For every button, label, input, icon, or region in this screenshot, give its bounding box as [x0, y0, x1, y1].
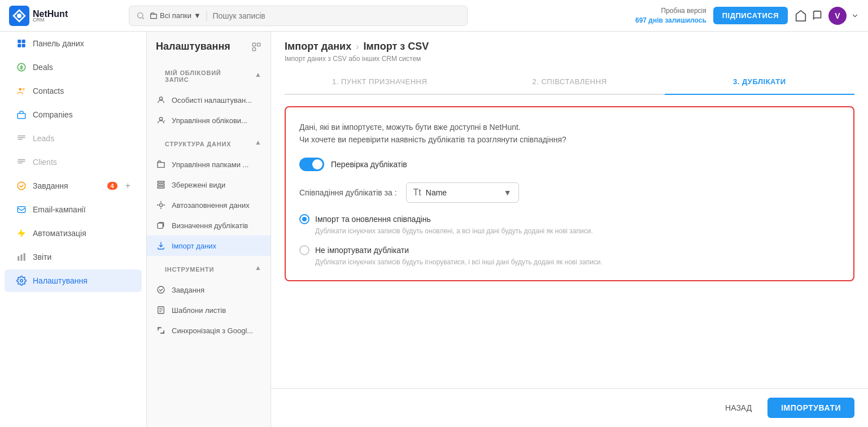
- sidebar-label-reports: Звіти: [33, 252, 51, 262]
- sidebar-item-email[interactable]: Email-кампанії: [5, 198, 142, 221]
- leads-icon: [16, 133, 27, 144]
- home-icon[interactable]: [795, 10, 807, 22]
- settings-nav-account[interactable]: Управління облікови...: [147, 110, 271, 130]
- logo-icon: [9, 6, 29, 26]
- svg-rect-21: [158, 181, 164, 183]
- duplicate-toggle[interactable]: [299, 158, 324, 171]
- topbar-right: Пробна версія 697 днів залишилось ПІДПИС…: [635, 6, 859, 25]
- tab-destination[interactable]: 1. ПУНКТ ПРИЗНАЧЕННЯ: [285, 69, 474, 95]
- sidebar-item-dashboard[interactable]: Панель даних: [5, 32, 142, 55]
- email-icon: [16, 204, 27, 215]
- toggle-label: Перевірка дублікатів: [331, 160, 407, 169]
- settings-nav-folders[interactable]: Управління папками ...: [147, 154, 271, 175]
- radio-option-import-update: Імпорт та оновлення співпадінь Дублікати…: [299, 214, 840, 236]
- search-icon: [136, 11, 145, 20]
- tasks-badge: 4: [107, 182, 117, 190]
- radio-row-skip[interactable]: Не імпортувати дублікати: [299, 245, 840, 255]
- tab-mapping[interactable]: 2. СПІВСТАВЛЕННЯ: [474, 69, 664, 95]
- sidebar-item-reports[interactable]: Звіти: [5, 246, 142, 268]
- content-area: Імпорт даних › Імпорт з CSV Імпорт даних…: [271, 32, 868, 427]
- settings-nav-import[interactable]: Імпорт даних: [147, 236, 271, 256]
- match-field-chevron: ▼: [504, 188, 512, 197]
- user-menu-chevron[interactable]: [851, 12, 859, 20]
- svg-rect-14: [21, 255, 23, 261]
- sidebar-item-deals[interactable]: Deals: [5, 56, 142, 79]
- folder-icon: [150, 12, 158, 20]
- info-line2: Чи хочете ви перевірити наявність дублік…: [299, 135, 566, 144]
- settings-panel-header: Налаштування: [147, 32, 271, 59]
- tabs: 1. ПУНКТ ПРИЗНАЧЕННЯ 2. СПІВСТАВЛЕННЯ 3.…: [285, 69, 854, 95]
- sidebar-item-tasks[interactable]: Завдання 4 +: [5, 175, 142, 197]
- tools-group-title: ІНСТРУМЕНТИ: [156, 259, 223, 276]
- logo: NetHunt CRM: [9, 6, 122, 26]
- settings-nav-folders-label: Управління папками ...: [172, 160, 248, 169]
- sidebar-item-leads[interactable]: Leads: [5, 127, 142, 150]
- settings-nav-templates[interactable]: Шаблони листів: [147, 300, 271, 320]
- radio-option-skip: Не імпортувати дублікати Дублікати існую…: [299, 245, 840, 267]
- sidebar-label-tasks: Завдання: [33, 181, 68, 190]
- svg-rect-25: [158, 223, 163, 228]
- account-icon: [156, 115, 166, 125]
- tab-duplicates[interactable]: 3. ДУБЛІКАТИ: [665, 69, 854, 95]
- settings-nav-duplicates-label: Визначення дублікатів: [172, 221, 248, 230]
- sidebar-item-companies[interactable]: Companies: [5, 103, 142, 126]
- sidebar-item-automation[interactable]: Автоматизація: [5, 222, 142, 245]
- settings-nav-views[interactable]: Збережені види: [147, 175, 271, 195]
- trial-info: Пробна версія 697 днів залишилось: [635, 6, 706, 25]
- settings-nav-personal-label: Особисті налаштуван...: [172, 96, 252, 104]
- breadcrumb: Імпорт даних › Імпорт з CSV: [271, 32, 868, 55]
- sidebar-item-clients[interactable]: Clients: [5, 151, 142, 173]
- content-inner: 1. ПУНКТ ПРИЗНАЧЕННЯ 2. СПІВСТАВЛЕННЯ 3.…: [271, 69, 868, 388]
- sync-icon: [156, 325, 166, 336]
- svg-point-20: [159, 117, 162, 120]
- settings-nav-autofill[interactable]: Автозаповнення даних: [147, 195, 271, 215]
- toggle-slider: [299, 158, 324, 171]
- notifications-icon[interactable]: [812, 10, 824, 22]
- radio-row-import-update[interactable]: Імпорт та оновлення співпадінь: [299, 214, 840, 224]
- match-row: Співпадіння дублікатів за : Tt Name ▼: [299, 182, 840, 203]
- sidebar-item-settings[interactable]: Налаштування: [5, 269, 142, 292]
- add-task-button[interactable]: +: [125, 181, 130, 191]
- breadcrumb-subtitle: Імпорт даних з CSV або інших CRM систем: [271, 55, 868, 69]
- subscribe-button[interactable]: ПІДПИСАТИСЯ: [713, 7, 788, 24]
- settings-nav-personal[interactable]: Особисті налаштуван...: [147, 90, 271, 110]
- svg-point-24: [159, 203, 162, 206]
- match-field-select[interactable]: Tt Name ▼: [406, 182, 519, 203]
- folder-button[interactable]: Всі папки ▼: [150, 11, 201, 20]
- svg-rect-12: [18, 207, 25, 213]
- trial-days: 697 днів залишилось: [635, 16, 706, 24]
- autofill-icon: [156, 200, 166, 210]
- sidebar-label-deals: Deals: [33, 63, 53, 72]
- settings-icon: [16, 275, 27, 286]
- svg-point-9: [23, 88, 25, 91]
- settings-panel: Налаштування МІЙ ОБЛІКОВИЙ ЗАПИС ▲ Особи…: [147, 32, 271, 427]
- tools-group-header: ІНСТРУМЕНТИ ▲: [147, 256, 271, 280]
- import-icon: [156, 241, 166, 251]
- templates-icon: [156, 305, 166, 315]
- settings-nav-tools-tasks-label: Завдання: [172, 286, 204, 294]
- svg-rect-13: [18, 256, 19, 261]
- sidebar-label-email: Email-кампанії: [33, 205, 86, 214]
- settings-nav-account-label: Управління облікови...: [172, 116, 247, 125]
- my-account-group-title: МІЙ ОБЛІКОВИЙ ЗАПИС: [156, 63, 255, 86]
- sidebar-item-contacts[interactable]: Contacts: [5, 80, 142, 102]
- sidebar-label-companies: Companies: [33, 110, 73, 119]
- toggle-row: Перевірка дублікатів: [299, 158, 840, 171]
- import-button[interactable]: ІМПОРТУВАТИ: [767, 398, 854, 418]
- svg-rect-18: [252, 47, 255, 50]
- back-button[interactable]: НАЗАД: [716, 399, 761, 417]
- svg-rect-10: [18, 114, 25, 119]
- search-input[interactable]: [213, 11, 461, 20]
- radio-circle-import-update: [299, 214, 309, 224]
- reports-icon: [16, 251, 27, 263]
- sidebar-label-clients: Clients: [33, 158, 57, 167]
- tools-tasks-icon: [156, 285, 166, 295]
- settings-nav-sync[interactable]: Синхронізація з Googl...: [147, 320, 271, 341]
- radio-desc-skip: Дублікати існуючих записів будуть ігнору…: [299, 258, 840, 267]
- match-field-value: Name: [426, 188, 447, 197]
- settings-nav-duplicates[interactable]: Визначення дублікатів: [147, 215, 271, 236]
- settings-nav-tools-tasks[interactable]: Завдання: [147, 280, 271, 300]
- radio-label-skip: Не імпортувати дублікати: [315, 246, 409, 255]
- sidebar-label-dashboard: Панель даних: [33, 39, 84, 48]
- settings-nav-import-label: Імпорт даних: [172, 242, 216, 250]
